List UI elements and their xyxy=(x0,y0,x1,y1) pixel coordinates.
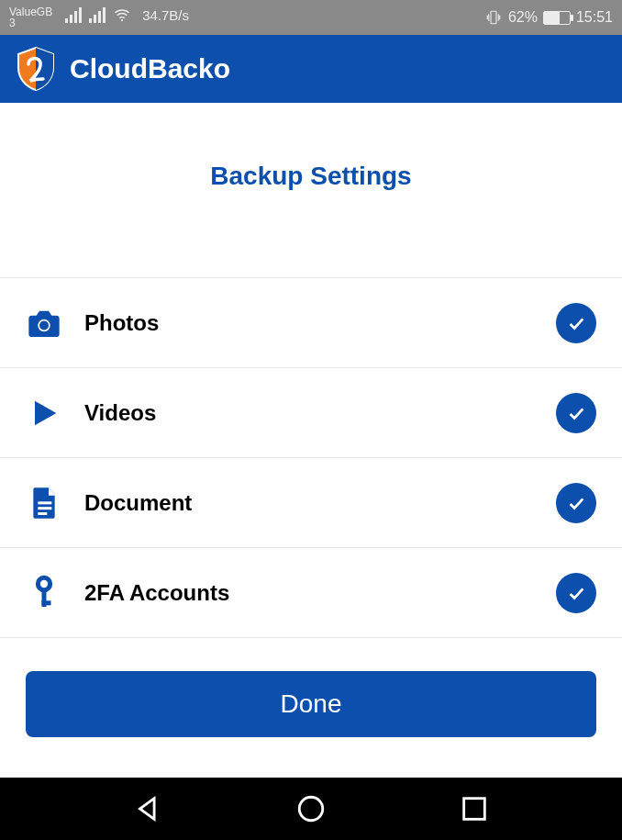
svg-rect-5 xyxy=(38,507,51,510)
signal-icons: 34.7B/s xyxy=(65,6,189,23)
nav-back-button[interactable] xyxy=(132,793,163,824)
circle-home-icon xyxy=(295,793,327,824)
battery-icon xyxy=(543,11,571,25)
play-icon xyxy=(26,395,62,431)
triangle-back-icon xyxy=(132,793,163,824)
svg-point-7 xyxy=(38,577,50,589)
vibrate-icon xyxy=(484,9,503,26)
square-recent-icon xyxy=(459,793,490,824)
clock: 15:51 xyxy=(576,9,613,26)
app-logo-icon xyxy=(15,46,57,92)
battery-percent: 62% xyxy=(508,9,538,26)
svg-point-0 xyxy=(121,19,123,21)
row-label: Photos xyxy=(84,310,534,336)
android-navbar xyxy=(0,778,622,840)
page-content: Backup Settings Photos Videos xyxy=(0,103,622,778)
status-bar: ValueGB 3 34.7B/s 62% xyxy=(0,0,622,35)
check-icon xyxy=(566,403,586,423)
check-icon xyxy=(566,583,586,603)
nav-home-button[interactable] xyxy=(295,793,327,824)
svg-rect-1 xyxy=(491,11,496,24)
page-title-area: Backup Settings xyxy=(0,103,622,277)
key-icon xyxy=(26,575,62,611)
row-videos[interactable]: Videos xyxy=(0,368,622,458)
app-header: CloudBacko xyxy=(0,35,622,103)
wifi-icon xyxy=(113,6,131,23)
check-icon xyxy=(566,493,586,513)
row-2fa[interactable]: 2FA Accounts xyxy=(0,548,622,638)
row-photos[interactable]: Photos xyxy=(0,278,622,368)
row-document[interactable]: Document xyxy=(0,458,622,548)
svg-rect-11 xyxy=(464,799,485,820)
device-frame: ValueGB 3 34.7B/s 62% xyxy=(0,0,622,840)
done-button[interactable]: Done xyxy=(26,671,596,737)
row-label: 2FA Accounts xyxy=(84,580,534,606)
app-name: CloudBacko xyxy=(70,53,230,84)
svg-point-3 xyxy=(39,320,49,330)
carrier-line1: ValueGB xyxy=(9,6,52,17)
check-toggle[interactable] xyxy=(556,303,596,343)
check-toggle[interactable] xyxy=(556,573,596,613)
carrier-line2: 3 xyxy=(9,17,52,28)
signal-bars-1-icon xyxy=(65,6,82,23)
svg-rect-4 xyxy=(38,501,51,504)
check-toggle[interactable] xyxy=(556,393,596,433)
row-label: Document xyxy=(84,490,534,516)
status-right: 62% 15:51 xyxy=(484,9,613,26)
button-area: Done xyxy=(0,638,622,737)
network-speed: 34.7B/s xyxy=(142,7,189,23)
camera-icon xyxy=(26,305,62,342)
carrier-label: ValueGB 3 xyxy=(9,6,52,28)
svg-point-10 xyxy=(299,797,323,821)
signal-bars-2-icon xyxy=(89,6,106,23)
check-toggle[interactable] xyxy=(556,483,596,523)
check-icon xyxy=(566,313,586,333)
nav-recent-button[interactable] xyxy=(459,793,490,824)
document-icon xyxy=(26,485,62,521)
status-left: ValueGB 3 34.7B/s xyxy=(9,6,189,28)
svg-rect-9 xyxy=(42,600,51,605)
page-title: Backup Settings xyxy=(210,162,411,191)
svg-rect-6 xyxy=(38,512,47,515)
row-label: Videos xyxy=(84,400,534,426)
settings-list: Photos Videos Document xyxy=(0,277,622,638)
